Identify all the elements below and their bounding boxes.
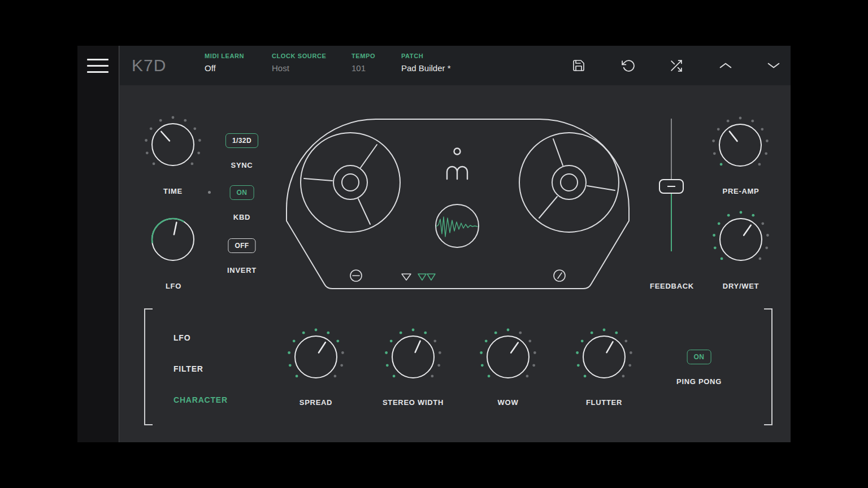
- waveform-trace: [436, 217, 478, 237]
- tape-head-marker-icon[interactable]: [427, 274, 435, 280]
- ping-pong-label: PING PONG: [676, 377, 722, 386]
- menu-item-character[interactable]: CHARACTER: [173, 395, 228, 404]
- kbd-toggle-button[interactable]: ON: [230, 185, 254, 200]
- section-bracket-right: [764, 308, 772, 425]
- waveform-display: [436, 204, 479, 247]
- flutter-knob[interactable]: [573, 326, 635, 388]
- clock-source-field: CLOCK SOURCE Host: [272, 53, 326, 73]
- wow-label: WOW: [498, 398, 519, 407]
- time-label: TIME: [163, 187, 183, 195]
- chevron-up-icon: [718, 58, 734, 73]
- stereo-width-label: STEREO WIDTH: [383, 398, 444, 407]
- top-bar: K7D MIDI LEARN Off CLOCK SOURCE Host TEM…: [120, 46, 791, 85]
- midi-learn-value[interactable]: Off: [205, 63, 244, 73]
- preamp-label: PRE-AMP: [723, 187, 760, 195]
- tape-deck-graphic: [283, 116, 633, 291]
- kbd-label: KBD: [233, 213, 250, 221]
- left-reel: [301, 133, 400, 232]
- spread-knob[interactable]: [285, 326, 347, 388]
- midi-learn-field: MIDI LEARN Off: [205, 53, 244, 73]
- patch-value[interactable]: Pad Builder *: [401, 63, 451, 73]
- feedback-track-lower[interactable]: [671, 194, 672, 251]
- midi-learn-label: MIDI LEARN: [205, 53, 244, 59]
- hamburger-icon: [87, 59, 108, 60]
- tempo-field: TEMPO 101: [351, 53, 375, 73]
- wow-knob[interactable]: [477, 326, 539, 388]
- brand-logo-icon: [447, 149, 467, 180]
- feedback-label: FEEDBACK: [650, 282, 694, 290]
- save-button[interactable]: [567, 54, 590, 77]
- tape-outline: [287, 119, 629, 289]
- tape-marker-icon[interactable]: [402, 274, 411, 280]
- invert-label: INVERT: [227, 266, 257, 274]
- time-knob[interactable]: [142, 114, 204, 176]
- patch-field: PATCH Pad Builder *: [401, 53, 451, 73]
- lfo-knob-label: LFO: [166, 282, 181, 290]
- patch-previous-button[interactable]: [714, 54, 737, 77]
- hamburger-icon: [87, 71, 108, 73]
- drywet-label: DRY/WET: [723, 282, 759, 290]
- main-panel: TIME LFO 1/32D SYNC ON KBD OFF INVERT: [120, 85, 791, 442]
- feedback-track-upper[interactable]: [671, 119, 672, 179]
- left-sidebar: [77, 46, 119, 442]
- stereo-width-knob[interactable]: [382, 326, 444, 388]
- minus-circle-icon[interactable]: [350, 270, 362, 281]
- save-icon: [572, 59, 585, 72]
- drywet-knob[interactable]: [710, 208, 772, 271]
- section-bracket-left: [144, 308, 153, 425]
- clock-source-value[interactable]: Host: [272, 63, 326, 73]
- kbd-led-dot: [208, 191, 211, 194]
- sync-value-button[interactable]: 1/32D: [225, 133, 258, 148]
- menu-item-filter[interactable]: FILTER: [173, 364, 203, 373]
- tempo-label: TEMPO: [351, 53, 375, 59]
- app-title: K7D: [132, 56, 166, 75]
- chevron-down-icon: [766, 58, 782, 73]
- undo-icon: [620, 59, 635, 73]
- ping-pong-toggle-button[interactable]: ON: [687, 350, 711, 364]
- clock-source-label: CLOCK SOURCE: [272, 53, 326, 59]
- undo-button[interactable]: [616, 54, 639, 77]
- sync-label: SYNC: [231, 161, 253, 169]
- plugin-window: K7D MIDI LEARN Off CLOCK SOURCE Host TEM…: [77, 46, 791, 442]
- randomize-button[interactable]: [665, 54, 687, 77]
- flutter-label: FLUTTER: [586, 398, 622, 407]
- feedback-slider-handle[interactable]: [659, 179, 684, 194]
- lfo-knob[interactable]: [142, 208, 204, 271]
- preamp-knob[interactable]: [709, 114, 771, 176]
- spread-label: SPREAD: [300, 398, 332, 407]
- invert-toggle-button[interactable]: OFF: [228, 238, 255, 253]
- patch-label: PATCH: [401, 53, 451, 59]
- hamburger-icon: [87, 65, 108, 67]
- tempo-value[interactable]: 101: [351, 63, 375, 73]
- slash-circle-icon[interactable]: [554, 270, 565, 281]
- menu-item-lfo[interactable]: LFO: [173, 333, 190, 342]
- patch-next-button[interactable]: [762, 54, 785, 77]
- tape-head-marker-icon[interactable]: [418, 274, 426, 280]
- minus-icon: [667, 186, 675, 187]
- right-reel: [519, 133, 619, 232]
- shuffle-icon: [669, 59, 683, 73]
- hamburger-menu-button[interactable]: [87, 59, 108, 77]
